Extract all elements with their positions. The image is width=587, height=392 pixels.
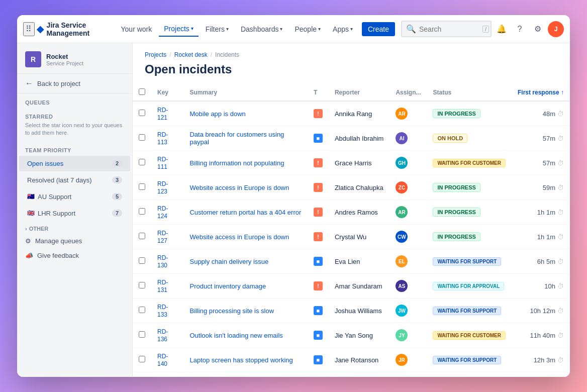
nav-people[interactable]: People ▾ (289, 22, 326, 36)
other-title[interactable]: › OTHER (17, 222, 132, 234)
status-badge: WAITING FOR SUPPORT (433, 307, 501, 315)
status-badge: IN PROGRESS (433, 232, 480, 241)
issue-key[interactable]: RD-123 (157, 180, 168, 195)
table-row: RD-131 Product inventory damage ! Amar S… (133, 274, 570, 299)
lhr-support-label: LHR Support (38, 210, 75, 217)
time-value: 10h⏱ (518, 282, 564, 290)
issue-summary[interactable]: Website access in Europe is down (189, 233, 289, 241)
starred-hint: Select the star icon next to your queues… (17, 122, 132, 141)
col-first-response[interactable]: First response ↑ (512, 84, 570, 101)
issue-summary[interactable]: Website access in Europe is down (189, 184, 289, 191)
sidebar-item-open-issues[interactable]: Open issues 2 (19, 156, 130, 171)
assignee-avatar: GH (396, 157, 408, 169)
row-checkbox[interactable] (139, 159, 145, 165)
apps-caret: ▾ (350, 26, 353, 32)
sidebar: R Rocket Service Project ← Back to proje… (17, 43, 133, 377)
issue-key[interactable]: RD-113 (157, 131, 168, 146)
nav-projects[interactable]: Projects ▾ (159, 22, 199, 37)
topnav: ⠿ ◆ Jira Service Management Your work Pr… (17, 15, 570, 43)
create-button[interactable]: Create (362, 22, 395, 36)
row-checkbox[interactable] (139, 183, 145, 190)
nav-your-work[interactable]: Your work (116, 22, 157, 36)
time-value: 1h 1m⏱ (518, 209, 564, 216)
grid-icon[interactable]: ⠿ (23, 22, 35, 36)
type-service-icon: ■ (314, 306, 323, 315)
row-checkbox[interactable] (139, 331, 145, 338)
table-row: RD-113 Data breach for customers using p… (133, 126, 570, 151)
breadcrumb-rocket-desk[interactable]: Rocket desk (174, 51, 208, 58)
time-value: 57m⏱ (518, 135, 564, 142)
issue-summary[interactable]: Mobile app is down (189, 110, 245, 118)
project-icon: R (25, 51, 41, 67)
issue-key[interactable]: RD-130 (157, 254, 168, 269)
row-checkbox[interactable] (139, 134, 145, 141)
give-feedback-icon: 📣 (25, 252, 33, 259)
time-value: 59m⏱ (518, 184, 564, 191)
table-row: RD-123 Website access in Europe is down … (133, 175, 570, 200)
col-summary: Summary (183, 84, 307, 101)
notifications-button[interactable]: 🔔 (494, 21, 510, 37)
table-row: RD-111 Billing information not populatin… (133, 151, 570, 175)
sidebar-item-resolved[interactable]: Resolved (last 7 days) 3 (19, 172, 130, 188)
issue-summary[interactable]: Product inventory damage (189, 282, 266, 290)
issue-key[interactable]: RD-133 (157, 304, 168, 318)
nav-filters[interactable]: Filters ▾ (201, 22, 234, 36)
issue-key[interactable]: RD-121 (157, 107, 168, 121)
issue-summary[interactable]: Data breach for customers using paypal (189, 131, 284, 146)
row-checkbox[interactable] (139, 110, 145, 116)
row-checkbox[interactable] (139, 282, 145, 288)
row-checkbox[interactable] (139, 208, 145, 215)
issue-summary[interactable]: Customer return portal has a 404 error (189, 209, 301, 216)
filters-caret: ▾ (226, 26, 229, 32)
issue-key[interactable]: RD-111 (157, 156, 168, 170)
issue-summary[interactable]: Billing information not populating (189, 159, 284, 167)
manage-queues[interactable]: ⚙ Manage queues (17, 234, 132, 248)
user-avatar[interactable]: J (548, 21, 564, 37)
status-badge: IN PROGRESS (433, 183, 480, 192)
sidebar-item-au-support[interactable]: 🇦🇺 AU Support 5 (19, 189, 130, 205)
issue-key[interactable]: RD-136 (157, 328, 168, 343)
issue-summary[interactable]: Laptop screen has stopped working (189, 356, 292, 364)
resolved-count: 3 (112, 176, 122, 183)
issue-key[interactable]: RD-131 (157, 279, 168, 293)
type-service-icon: ■ (314, 355, 323, 364)
issue-key[interactable]: RD-127 (157, 230, 168, 244)
sidebar-item-lhr-support[interactable]: 🇬🇧 LHR Support 7 (19, 206, 130, 221)
col-reporter: Reporter (329, 84, 390, 101)
time-value: 1h 1m⏱ (518, 233, 564, 241)
search-input[interactable] (419, 25, 479, 33)
type-incident-icon: ! (314, 109, 323, 118)
reporter-name: Grace Harris (335, 159, 372, 167)
assignee-avatar: AR (396, 108, 408, 120)
breadcrumb-projects[interactable]: Projects (145, 51, 166, 58)
assignee-avatar: JY (396, 329, 408, 341)
issue-summary[interactable]: Outlook isn't loading new emails (189, 332, 282, 339)
issue-key[interactable]: RD-124 (157, 205, 168, 220)
issue-summary[interactable]: Supply chain delivery issue (189, 258, 268, 265)
nav-apps[interactable]: Apps ▾ (328, 22, 358, 36)
settings-button[interactable]: ⚙ (530, 21, 546, 37)
table-row: RD-133 Billing processing site is slow ■… (133, 299, 570, 323)
issue-key[interactable]: RD-140 (157, 353, 168, 367)
nav-dashboards[interactable]: Dashboards ▾ (236, 22, 288, 36)
row-checkbox[interactable] (139, 257, 145, 264)
row-checkbox[interactable] (139, 233, 145, 239)
issue-summary[interactable]: Billing processing site is slow (189, 307, 274, 315)
row-checkbox[interactable] (139, 356, 145, 362)
status-badge: WAITING FOR CUSTOMER (433, 331, 505, 340)
assignee-avatar: AI (396, 132, 408, 144)
help-button[interactable]: ? (512, 21, 528, 37)
back-to-project[interactable]: ← Back to project (17, 74, 132, 93)
clock-icon: ⏱ (557, 356, 564, 364)
table-header: Key Summary T Reporter Assign... Status … (133, 84, 570, 101)
clock-icon: ⏱ (557, 135, 564, 142)
search-icon: 🔍 (406, 24, 416, 34)
search-bar[interactable]: 🔍 / (401, 21, 492, 37)
col-status: Status (427, 84, 511, 101)
assignee-avatar: ZC (396, 181, 408, 193)
page-title: Open incidents (133, 60, 570, 84)
select-all-checkbox[interactable] (139, 88, 145, 95)
row-checkbox[interactable] (139, 307, 145, 313)
give-feedback[interactable]: 📣 Give feedback (17, 248, 132, 263)
starred-title: STARRED (17, 108, 132, 122)
